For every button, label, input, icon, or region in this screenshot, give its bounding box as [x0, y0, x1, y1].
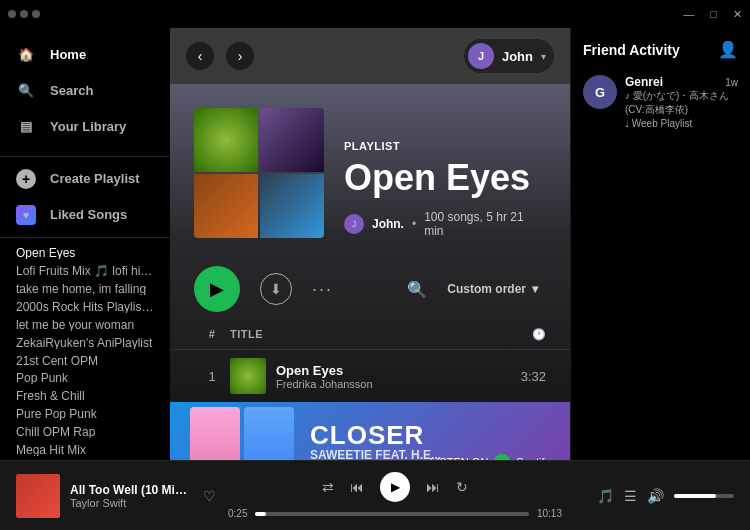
- header-num: #: [194, 328, 230, 341]
- friend-info: Genrei 1w ♪ 愛(かなで)・高木さん(CV:高橋李依) ♩ Weeb …: [625, 75, 738, 131]
- main-content: ‹ › J John ▾ PLAYLIST Open Eyes: [170, 28, 570, 460]
- ad-banner: CLOSER SAWEETIE FEAT. H.E... LISTEN ON ♫…: [170, 402, 570, 460]
- sidebar-item-home[interactable]: 🏠 Home: [0, 36, 170, 72]
- lyrics-button[interactable]: 🎵: [597, 488, 614, 504]
- forward-button[interactable]: ›: [226, 42, 254, 70]
- sidebar-playlist-lofi[interactable]: Lofi Fruits Mix 🎵 lofi hip ho...: [0, 259, 170, 277]
- custom-order-button[interactable]: Custom order ▾: [439, 278, 546, 300]
- sidebar-home-label: Home: [50, 47, 86, 62]
- custom-order-chevron: ▾: [532, 282, 538, 296]
- ad-subtext: SAWEETIE FEAT. H.E...: [310, 448, 441, 460]
- heart-fill-icon: ♥: [16, 205, 36, 225]
- titlebar-dots: [8, 10, 40, 18]
- player-buttons: ⇄ ⏮ ▶ ⏭ ↻: [322, 472, 468, 502]
- more-options-button[interactable]: ···: [312, 279, 333, 300]
- now-playing-artist: Taylor Swift: [70, 497, 193, 509]
- user-name: John: [502, 49, 533, 64]
- art-cell-1: [194, 108, 258, 172]
- window-controls[interactable]: — □ ✕: [683, 8, 742, 21]
- sidebar-playlist-21st-cent[interactable]: 21st Cent OPM: [0, 349, 170, 367]
- platform-name: Spotify: [516, 456, 550, 460]
- liked-songs-action[interactable]: ♥ Liked Songs: [0, 197, 170, 233]
- player-play-button[interactable]: ▶: [380, 472, 410, 502]
- owner-avatar: J: [344, 214, 364, 234]
- sidebar-playlist-let-me-be[interactable]: let me be your woman: [0, 313, 170, 331]
- player-controls: ⇄ ⏮ ▶ ⏭ ↻ 0:25 10:13: [228, 472, 562, 519]
- dot-1: [8, 10, 16, 18]
- playlist-header: PLAYLIST Open Eyes J John. • 100 songs, …: [170, 84, 570, 254]
- home-icon: 🏠: [16, 44, 36, 64]
- sidebar-nav: 🏠 Home 🔍 Search ▤ Your Library: [0, 28, 170, 152]
- like-button[interactable]: ♡: [203, 488, 216, 504]
- controls-bar: ▶ ⬇ ··· 🔍 Custom order ▾: [170, 254, 570, 324]
- track-list-header: # TITLE 🕐: [170, 324, 570, 350]
- download-button[interactable]: ⬇: [260, 273, 292, 305]
- user-menu[interactable]: J John ▾: [464, 39, 554, 73]
- table-row[interactable]: 1 Open Eyes Fredrika Johansson 3:32: [170, 350, 570, 402]
- friend-activity-title: Friend Activity: [583, 42, 680, 58]
- progress-bar-container: 0:25 10:13: [228, 508, 562, 519]
- prev-button[interactable]: ⏮: [350, 479, 364, 495]
- create-playlist-label: Create Playlist: [50, 171, 140, 186]
- sidebar-playlist-chill-opm[interactable]: Chill OPM Rap: [0, 420, 170, 438]
- sidebar-item-search[interactable]: 🔍 Search: [0, 72, 170, 108]
- sidebar-playlist-take-me-home[interactable]: take me home, im falling: [0, 277, 170, 295]
- sidebar-divider-2: [0, 237, 170, 238]
- friend-time: 1w: [725, 77, 738, 88]
- track-info: Open Eyes Fredrika Johansson: [230, 358, 466, 394]
- spotify-logo: ♫: [494, 454, 510, 460]
- player-right-controls: 🎵 ☰ 🔊: [574, 488, 734, 504]
- create-playlist-action[interactable]: + Create Playlist: [0, 161, 170, 197]
- sidebar-item-library[interactable]: ▤ Your Library: [0, 108, 170, 144]
- custom-order-label: Custom order: [447, 282, 526, 296]
- ad-person-2: [244, 407, 294, 460]
- total-time: 10:13: [537, 508, 562, 519]
- maximize-button[interactable]: □: [710, 8, 717, 21]
- bottom-player: All Too Well (10 Minute Version Taylor S…: [0, 460, 750, 530]
- friend-playlist: ♩ Weeb Playlist: [625, 117, 738, 131]
- sidebar-playlist-pure-pop-punk[interactable]: Pure Pop Punk: [0, 402, 170, 420]
- playlist-art: [194, 108, 324, 238]
- sidebar: 🏠 Home 🔍 Search ▤ Your Library + Create …: [0, 28, 170, 460]
- repeat-button[interactable]: ↻: [456, 479, 468, 495]
- sidebar-playlist-2000s-rock[interactable]: 2000s Rock Hits Playlist - O...: [0, 295, 170, 313]
- liked-songs-label: Liked Songs: [50, 207, 127, 222]
- sidebar-playlist-fresh-chill[interactable]: Fresh & Chill: [0, 384, 170, 402]
- track-artist: Fredrika Johansson: [276, 378, 373, 390]
- ad-people: [190, 402, 294, 460]
- ad-text: CLOSER SAWEETIE FEAT. H.E...: [310, 422, 441, 460]
- current-time: 0:25: [228, 508, 247, 519]
- queue-button[interactable]: ☰: [624, 488, 637, 504]
- playlist-area: PLAYLIST Open Eyes J John. • 100 songs, …: [170, 84, 570, 460]
- plus-icon: +: [16, 169, 36, 189]
- track-number: 1: [194, 369, 230, 384]
- sidebar-playlist-pop-punk[interactable]: Pop Punk: [0, 366, 170, 384]
- now-playing: All Too Well (10 Minute Version Taylor S…: [16, 474, 216, 518]
- sidebar-playlist-open-eyes[interactable]: Open Eyes: [0, 241, 170, 259]
- next-button[interactable]: ⏭: [426, 479, 440, 495]
- now-playing-thumbnail: [16, 474, 60, 518]
- devices-button[interactable]: 🔊: [647, 488, 664, 504]
- sidebar-playlist-mega-hit[interactable]: Mega Hit Mix: [0, 438, 170, 456]
- friend-activity-icon[interactable]: 👤: [718, 40, 738, 59]
- top-nav: ‹ › J John ▾: [170, 28, 570, 84]
- sidebar-search-label: Search: [50, 83, 93, 98]
- list-item: G Genrei 1w ♪ 愛(かなで)・高木さん(CV:高橋李依) ♩ Wee…: [583, 75, 738, 131]
- playlist-info: PLAYLIST Open Eyes J John. • 100 songs, …: [344, 140, 546, 238]
- back-button[interactable]: ‹: [186, 42, 214, 70]
- volume-bar[interactable]: [674, 494, 734, 498]
- track-search-button[interactable]: 🔍: [407, 280, 427, 299]
- friend-avatar: G: [583, 75, 617, 109]
- sidebar-divider-1: [0, 156, 170, 157]
- shuffle-button[interactable]: ⇄: [322, 479, 334, 495]
- sidebar-playlist-zekai[interactable]: ZekaiRyuken's AniPlaylist: [0, 331, 170, 349]
- header-duration: 🕐: [466, 328, 546, 341]
- play-button[interactable]: ▶: [194, 266, 240, 312]
- controls-right: 🔍 Custom order ▾: [407, 278, 546, 300]
- minimize-button[interactable]: —: [683, 8, 694, 21]
- progress-bar[interactable]: [255, 512, 529, 516]
- ad-headline: CLOSER: [310, 422, 441, 448]
- close-button[interactable]: ✕: [733, 8, 742, 21]
- playlist-type: PLAYLIST: [344, 140, 546, 152]
- now-playing-info: All Too Well (10 Minute Version Taylor S…: [70, 483, 193, 509]
